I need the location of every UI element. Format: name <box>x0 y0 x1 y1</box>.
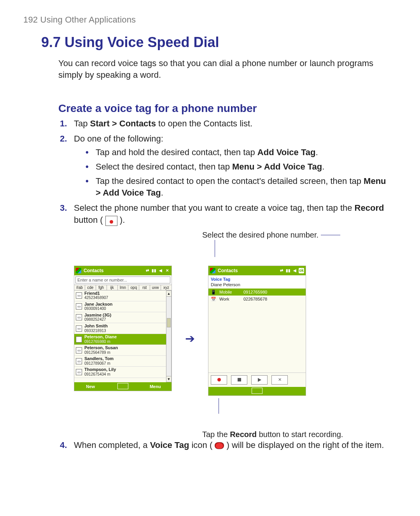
alpha-tab[interactable]: uvw <box>150 285 161 290</box>
step-number: 3. <box>60 202 67 214</box>
signal-icon: ▮▮ <box>151 268 157 273</box>
contact-type-icon: ▭ <box>76 358 82 364</box>
section-heading: 9.7 Using Voice Speed Dial <box>41 34 397 51</box>
titlebar: Contacts ⇄ ▮▮ ◀ ok <box>208 266 306 275</box>
step-1-bold: Start > Contacts <box>90 119 156 128</box>
connectivity-icon: ⇄ <box>145 268 150 273</box>
step-4-b: Voice Tag <box>150 440 189 450</box>
alpha-tab[interactable]: rst <box>139 285 150 290</box>
phone-type-icon: 📅 <box>211 297 216 301</box>
titlebar-title: Contacts <box>218 268 238 273</box>
alpha-tab[interactable]: ijk <box>107 285 118 290</box>
record-button-icon <box>105 216 117 226</box>
close-icon[interactable]: ✕ <box>164 268 170 273</box>
step-2: 2. Do one of the following: Tap and hold… <box>74 133 393 199</box>
contact-type-icon: ▭ <box>76 336 82 343</box>
step-1: 1. Tap Start > Contacts to open the Cont… <box>74 118 393 130</box>
step-4: 4. When completed, a Voice Tag icon ( ) … <box>74 439 393 451</box>
intro-paragraph: You can record voice tags so that you ca… <box>58 58 393 80</box>
scroll-up-icon[interactable]: ▲ <box>166 290 172 297</box>
callout-select-number: Select the desired phone number. <box>202 230 397 240</box>
titlebar-title: Contacts <box>84 268 103 273</box>
scroll-down-icon[interactable]: ▼ <box>166 376 172 382</box>
contact-type-icon: ▭ <box>76 369 82 375</box>
alpha-tab[interactable]: #ab <box>74 285 85 290</box>
contact-type-icon: ▭ <box>76 325 82 332</box>
step-2-text: Do one of the following: <box>74 134 163 143</box>
contact-type-icon: ▭ <box>76 292 82 299</box>
record-button[interactable] <box>211 375 227 385</box>
step-number: 1. <box>60 118 67 130</box>
connectivity-icon: ⇄ <box>279 268 284 273</box>
stop-button[interactable] <box>231 375 247 385</box>
bullet-1-a: Tap and hold the desired contact, then t… <box>96 147 257 157</box>
bullet-1-c: . <box>315 147 318 157</box>
step-4-a: When completed, a <box>74 440 150 450</box>
bullet-2-c: . <box>322 162 324 171</box>
voice-tag-icon <box>215 442 224 449</box>
step-3-d: ). <box>117 215 125 225</box>
bullet-2: Select the desired contact, then tap Men… <box>86 161 393 173</box>
alpha-tab[interactable]: lmn <box>118 285 129 290</box>
play-button[interactable] <box>251 375 268 385</box>
softkey-new[interactable]: New <box>74 384 107 389</box>
callout-line <box>219 398 219 414</box>
contact-type-icon: ▭ <box>76 303 82 310</box>
keyboard-icon[interactable] <box>241 388 273 395</box>
step-3-a: Select the phone number that you want to… <box>74 203 355 213</box>
alpha-tab[interactable]: opq <box>128 285 139 290</box>
step-number: 2. <box>60 133 67 145</box>
contact-row[interactable]: ▭Jasmine (3G)0988252427 <box>74 312 166 323</box>
callout-line <box>215 240 215 257</box>
voice-tag-heading: Voice Tag <box>208 275 306 282</box>
contact-row[interactable]: ▭Jane Jackson0930091400 <box>74 301 166 312</box>
screenshot-contacts-list: Contacts ⇄ ▮▮ ◀ ✕ Enter a name or number… <box>74 266 172 391</box>
contact-row[interactable]: ▭John Smith0933218913 <box>74 323 166 334</box>
titlebar: Contacts ⇄ ▮▮ ◀ ✕ <box>74 266 172 275</box>
scroll-thumb[interactable] <box>167 318 171 327</box>
phone-number-list[interactable]: 📱Mobile0912765980📅Work0226785678 <box>208 289 306 373</box>
step-1-text-c: to open the Contacts list. <box>156 119 252 128</box>
step-number: 4. <box>60 439 67 451</box>
contacts-list[interactable]: ▭Friend142523458907▭Jane Jackson09300914… <box>74 290 166 382</box>
alpha-tabs[interactable]: #ab cde fgh ijk lmn opq rst uvw xyz <box>74 285 172 290</box>
softkey-menu[interactable]: Menu <box>139 384 172 389</box>
phone-type-icon: 📱 <box>211 290 216 294</box>
step-4-d: ) will be displayed on the right of the … <box>224 440 384 450</box>
arrow-right-icon: ➔ <box>185 332 195 345</box>
bullet-3: Tap the desired contact to open the cont… <box>86 175 393 199</box>
search-input[interactable]: Enter a name or number... <box>75 276 170 283</box>
alpha-tab[interactable]: xyz <box>161 285 172 290</box>
softkey-bar <box>208 387 306 395</box>
callout-record: Tap the Record button to start recording… <box>202 429 397 439</box>
step-3-b: Record <box>355 203 384 213</box>
bullet-1-b: Add Voice Tag <box>257 147 316 157</box>
start-icon[interactable] <box>210 268 215 273</box>
phone-number-row[interactable]: 📅Work0226785678 <box>208 296 306 303</box>
step-1-text-a: Tap <box>74 119 90 128</box>
contact-row[interactable]: ▭Peterson, Diane0912765980 m <box>74 334 166 345</box>
bullet-3-c: . <box>161 188 163 198</box>
contact-type-icon: ▭ <box>76 347 82 353</box>
cancel-button[interactable] <box>271 375 288 385</box>
contact-row[interactable]: ▭Sandlers, Tom0912789067 m <box>74 356 166 367</box>
recorder-controls <box>208 373 306 387</box>
phone-number-row[interactable]: 📱Mobile0912765980 <box>208 289 306 296</box>
running-header: 192 Using Other Applications <box>23 15 397 25</box>
ok-button[interactable]: ok <box>299 268 304 273</box>
bullet-2-b: Menu > Add Voice Tag <box>232 162 322 171</box>
bullet-3-a: Tap the desired contact to open the cont… <box>96 176 364 186</box>
step-3-c: button ( <box>74 215 105 225</box>
contact-row[interactable]: ▭Peterson, Susan0912564789 m <box>74 345 166 356</box>
start-icon[interactable] <box>76 268 81 273</box>
contact-name: Diane Peterson <box>208 282 306 289</box>
alpha-tab[interactable]: fgh <box>96 285 107 290</box>
contact-row[interactable]: ▭Friend142523458907 <box>74 290 166 301</box>
keyboard-icon[interactable] <box>107 383 139 390</box>
softkey-bar: New Menu <box>74 382 172 391</box>
contact-row[interactable]: ▭Thompson, Lily0912675434 m <box>74 367 166 378</box>
bullet-1: Tap and hold the desired contact, then t… <box>86 147 393 159</box>
alpha-tab[interactable]: cde <box>85 285 96 290</box>
scrollbar[interactable]: ▲ ▼ <box>166 290 172 382</box>
subsection-heading: Create a voice tag for a phone number <box>58 102 397 115</box>
